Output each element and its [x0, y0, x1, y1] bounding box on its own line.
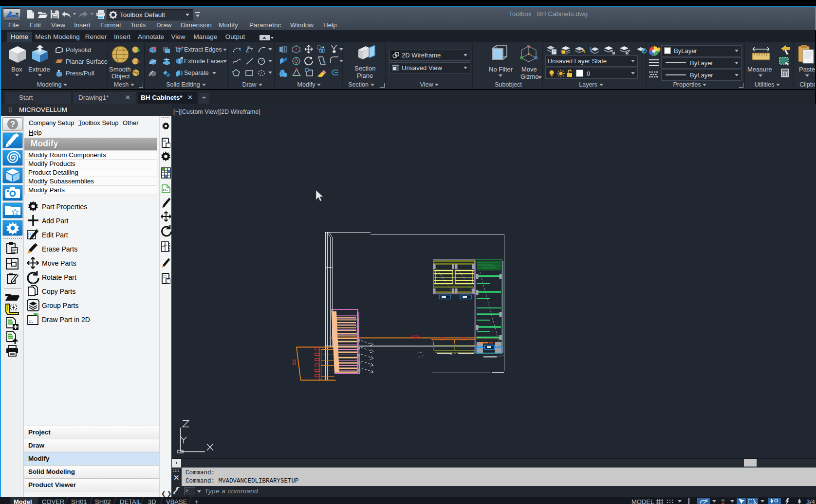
- svg-text:?: ?: [10, 120, 15, 129]
- svg-text:[−][Custom View][2D Wireframe]: [−][Custom View][2D Wireframe]: [173, 108, 260, 115]
